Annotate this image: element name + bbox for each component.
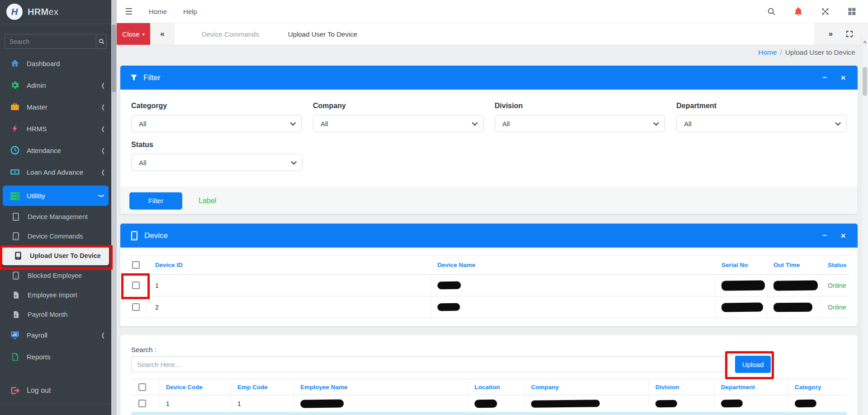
fullscreen-icon[interactable]: [845, 30, 854, 38]
column-header[interactable]: Division: [649, 379, 715, 395]
column-header[interactable]: Device ID: [146, 262, 431, 268]
column-header[interactable]: Emp Code: [231, 379, 294, 395]
filter-button[interactable]: Filter: [129, 192, 182, 210]
sidebar-search: [5, 34, 107, 49]
sidebar-item-logout[interactable]: Log out: [0, 380, 111, 401]
close-button-label: Close: [122, 30, 139, 38]
tab-bar: Close ▾ « Device Commands Upload User To…: [117, 23, 868, 45]
nav-home-link[interactable]: Home: [149, 8, 167, 15]
device-panel-body: Device ID Device Name Serial No Out Time…: [120, 248, 858, 326]
sidebar-item-label: Dashboard: [27, 60, 105, 67]
sidebar-item-label: Attendance: [27, 147, 101, 154]
sidebar-item-employee-import[interactable]: x Employee Import: [0, 285, 111, 305]
division-select[interactable]: All: [495, 115, 665, 132]
sidebar-item-payroll[interactable]: Payroll ❮: [0, 324, 111, 346]
tab-label: Upload User To Device: [288, 30, 357, 38]
row-checkbox[interactable]: [138, 400, 146, 407]
notification-bell-icon[interactable]: [793, 6, 803, 16]
status-select[interactable]: All: [131, 154, 303, 171]
company-select[interactable]: All: [313, 115, 484, 132]
column-header[interactable]: Device Code: [160, 379, 231, 395]
server-icon: [9, 191, 21, 201]
chevron-left-icon: ❮: [101, 147, 105, 153]
out-time-cell-redacted: [767, 275, 821, 296]
sidebar-item-label: Loan And Advance: [27, 168, 101, 176]
sidebar-item-attendance[interactable]: Attendance ❮: [0, 139, 111, 161]
double-chevron-right-icon[interactable]: »: [829, 29, 833, 38]
sidebar-item-dashboard[interactable]: Dashboard: [0, 52, 111, 74]
sidebar-search-button[interactable]: [96, 34, 106, 48]
employee-search-input[interactable]: [131, 356, 728, 372]
column-header[interactable]: Employee Name: [294, 379, 468, 395]
select-all-checkbox[interactable]: [132, 261, 140, 269]
scroll-tabs-left-button[interactable]: «: [150, 23, 175, 45]
sidebar-item-reports[interactable]: Reports: [0, 346, 111, 367]
device-name-cell-redacted: [431, 275, 715, 296]
status-cell: Online: [821, 296, 849, 318]
sidebar-scrollbar-thumb[interactable]: [112, 24, 116, 92]
category-select[interactable]: All: [131, 115, 302, 132]
nav-help-link[interactable]: Help: [183, 8, 197, 15]
row-checkbox[interactable]: [132, 303, 140, 311]
sidebar-item-master[interactable]: Master ❮: [0, 96, 111, 118]
row-checkbox[interactable]: [132, 281, 140, 289]
device-table: Device ID Device Name Serial No Out Time…: [128, 255, 849, 318]
column-header[interactable]: Department: [715, 379, 788, 395]
filter-funnel-icon: [129, 73, 138, 82]
sidebar-item-utility[interactable]: Utilitty ❮: [3, 186, 109, 206]
sidebar-item-upload-user-to-device[interactable]: Upload User To Device: [2, 246, 109, 265]
hamburger-menu-icon[interactable]: ☰: [125, 6, 133, 17]
column-header[interactable]: Location: [468, 379, 525, 395]
breadcrumb-home-link[interactable]: Home: [758, 48, 777, 56]
column-header[interactable]: Out Time: [767, 262, 821, 268]
minimize-icon[interactable]: −: [822, 73, 827, 82]
search-icon[interactable]: [767, 7, 776, 16]
sidebar-item-device-management[interactable]: Device Management: [0, 207, 111, 226]
field-division: Division All: [495, 102, 665, 132]
payroll-board-icon: [9, 330, 21, 340]
select-all-checkbox[interactable]: [138, 383, 146, 391]
field-label: Status: [131, 141, 303, 149]
sidebar-item-payroll-month[interactable]: x Payroll Month: [0, 305, 111, 324]
filter-panel-header: Filter − ✕: [120, 66, 858, 90]
column-header[interactable]: Category: [788, 379, 847, 395]
tab-label: Device Commands: [202, 30, 259, 38]
excel-file-icon: x: [10, 310, 22, 319]
brand-name: HRMex: [28, 7, 58, 17]
sidebar-item-blocked-employee[interactable]: Blocked Employee: [0, 266, 111, 285]
sidebar-item-admin[interactable]: Admin ❮: [0, 74, 111, 96]
page-scrollbar[interactable]: ^: [861, 36, 868, 415]
page-scrollbar-thumb[interactable]: [863, 67, 867, 96]
minimize-icon[interactable]: −: [822, 231, 827, 240]
department-select[interactable]: All: [676, 115, 847, 132]
select-value: All: [321, 120, 328, 128]
tab-device-commands[interactable]: Device Commands: [198, 23, 263, 45]
close-icon[interactable]: ✕: [840, 74, 846, 81]
sidebar-item-hrms[interactable]: HRMS ❮: [0, 118, 111, 139]
sidebar-scrollbar[interactable]: [111, 0, 117, 415]
sidebar-search-input[interactable]: [5, 34, 96, 48]
label-link[interactable]: Label: [199, 197, 216, 205]
column-header[interactable]: Company: [525, 379, 649, 395]
upload-button[interactable]: Upload: [735, 356, 771, 373]
serial-no-cell-redacted: [715, 296, 767, 318]
filter-panel: Filter − ✕ Categorgy All Company All Div…: [120, 66, 858, 214]
field-label: Division: [495, 102, 665, 110]
sidebar-item-device-commands[interactable]: Device Commands: [0, 226, 111, 246]
brand-name-bold: HRM: [28, 7, 48, 17]
field-label: Department: [676, 102, 847, 110]
close-icon[interactable]: ✕: [840, 232, 846, 239]
scrollbar-up-arrow[interactable]: ^: [861, 40, 868, 46]
close-tabs-button[interactable]: Close ▾: [117, 23, 150, 45]
employee-panel-body: Search : Upload Device Code Emp Code Emp…: [120, 335, 858, 415]
caret-down-icon: ▾: [142, 32, 145, 37]
grid-apps-icon[interactable]: [847, 7, 856, 16]
device-table-header: Device ID Device Name Serial No Out Time…: [128, 255, 849, 275]
expand-arrows-icon[interactable]: [821, 7, 830, 16]
column-header[interactable]: Status: [821, 262, 849, 268]
tab-upload-user-to-device[interactable]: Upload User To Device: [285, 23, 361, 45]
column-header[interactable]: Device Name: [431, 262, 715, 268]
sidebar-item-loan-and-advance[interactable]: Loan And Advance ❮: [0, 161, 111, 183]
sidebar-item-label: Log out: [27, 386, 105, 395]
column-header[interactable]: Serial No: [715, 262, 767, 268]
